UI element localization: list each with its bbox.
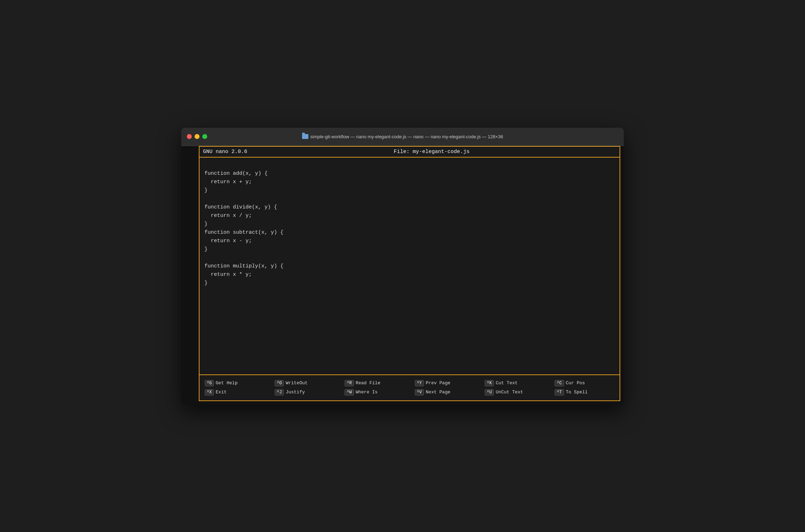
label-cut-text: Cut Text: [496, 380, 517, 386]
key-exit: ^X: [205, 389, 214, 395]
label-uncut-text: UnCut Text: [496, 390, 523, 395]
label-prev-page: Prev Page: [426, 380, 450, 386]
shortcut-get-help[interactable]: ^G Get Help: [205, 380, 264, 386]
nano-filename: File: my-elegant-code.js: [394, 149, 470, 155]
minimize-button[interactable]: [195, 134, 199, 139]
shortcut-to-spell[interactable]: ^T To Spell: [555, 389, 614, 395]
shortcut-writeout[interactable]: ^O WriteOut: [275, 380, 334, 386]
label-where-is: Where Is: [356, 390, 378, 395]
key-to-spell: ^T: [555, 389, 564, 395]
key-where-is: ^W: [345, 389, 354, 395]
label-to-spell: To Spell: [566, 390, 588, 395]
maximize-button[interactable]: [202, 134, 207, 139]
shortcut-uncut-text[interactable]: ^U UnCut Text: [485, 389, 544, 395]
editor-area[interactable]: function add(x, y) { return x + y; } fun…: [199, 157, 620, 374]
label-writeout: WriteOut: [286, 380, 307, 386]
close-button[interactable]: [187, 134, 192, 139]
shortcut-cut-text[interactable]: ^K Cut Text: [485, 380, 544, 386]
traffic-lights: [187, 134, 207, 139]
shortcut-exit[interactable]: ^X Exit: [205, 389, 264, 395]
key-cut-text: ^K: [485, 380, 494, 386]
titlebar: simple-git-workflow — nano my-elegant-co…: [181, 128, 624, 146]
shortcut-read-file[interactable]: ^R Read File: [345, 380, 404, 386]
shortcut-justify[interactable]: ^J Justify: [275, 389, 334, 395]
shortcut-cur-pos[interactable]: ^C Cur Pos: [555, 380, 614, 386]
key-get-help: ^G: [205, 380, 214, 386]
key-prev-page: ^Y: [415, 380, 424, 386]
label-cur-pos: Cur Pos: [566, 380, 585, 386]
code-content: function add(x, y) { return x + y; } fun…: [204, 171, 283, 286]
label-get-help: Get Help: [216, 380, 237, 386]
shortcut-bar: ^G Get Help ^O WriteOut ^R Read File ^Y …: [199, 374, 620, 401]
shortcut-next-page[interactable]: ^V Next Page: [415, 389, 475, 395]
key-next-page: ^V: [415, 389, 424, 395]
shortcut-prev-page[interactable]: ^Y Prev Page: [415, 380, 475, 386]
key-justify: ^J: [275, 389, 284, 395]
folder-icon: [302, 134, 308, 139]
label-read-file: Read File: [356, 380, 380, 386]
shortcut-row-2: ^X Exit ^J Justify ^W Where Is ^V Next P…: [199, 388, 620, 397]
label-exit: Exit: [216, 390, 227, 395]
shortcut-row-1: ^G Get Help ^O WriteOut ^R Read File ^Y …: [199, 379, 620, 388]
key-writeout: ^O: [275, 380, 284, 386]
label-next-page: Next Page: [426, 390, 450, 395]
key-uncut-text: ^U: [485, 389, 494, 395]
key-read-file: ^R: [345, 380, 354, 386]
nano-version: GNU nano 2.0.6: [203, 149, 247, 155]
key-cur-pos: ^C: [555, 380, 564, 386]
nano-header: GNU nano 2.0.6 File: my-elegant-code.js: [199, 146, 620, 157]
window-title: simple-git-workflow — nano my-elegant-co…: [302, 134, 503, 139]
label-justify: Justify: [286, 390, 305, 395]
shortcut-where-is[interactable]: ^W Where Is: [345, 389, 404, 395]
